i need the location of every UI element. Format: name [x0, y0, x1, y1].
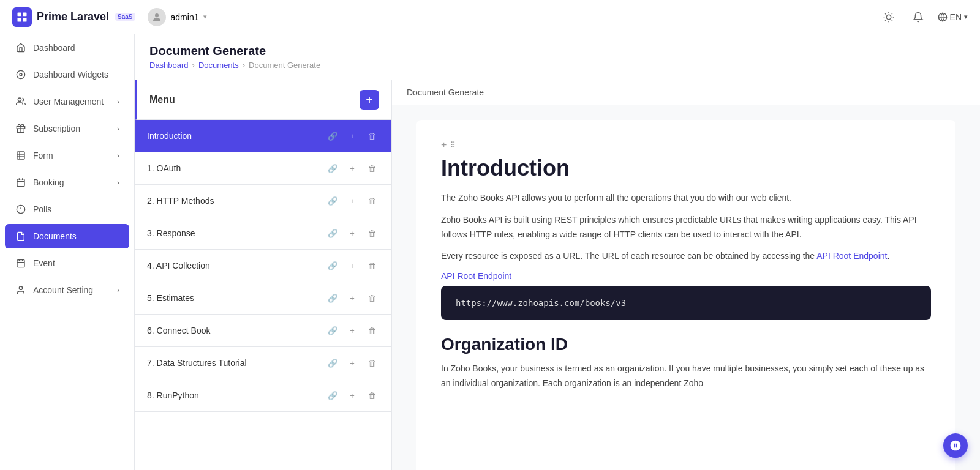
menu-item-actions-api-collection: 🔗 + 🗑 [325, 258, 379, 273]
circle-dot-icon [15, 69, 27, 81]
menu-item-http-methods[interactable]: 2. HTTP Methods 🔗 + 🗑 [135, 185, 391, 217]
calendar-icon [15, 176, 27, 188]
svg-line-13 [891, 13, 892, 14]
file-icon [15, 230, 27, 242]
logo-text: Prime Laravel [37, 10, 109, 23]
menu-item-response[interactable]: 3. Response 🔗 + 🗑 [135, 217, 391, 250]
sidebar-label-user-management: User Management [33, 97, 104, 106]
menu-item-estimates[interactable]: 5. Estimates 🔗 + 🗑 [135, 282, 391, 315]
menu-item-oauth[interactable]: 1. OAuth 🔗 + 🗑 [135, 152, 391, 185]
sidebar-item-event[interactable]: Event [5, 251, 129, 275]
sidebar-item-dashboard[interactable]: Dashboard [5, 35, 129, 60]
sidebar-item-booking[interactable]: Booking › [5, 170, 129, 195]
add-icon-estimates[interactable]: + [345, 291, 360, 305]
language-selector[interactable]: EN ▾ [938, 12, 968, 22]
svg-rect-25 [17, 179, 24, 187]
sidebar-label-subscription: Subscription [33, 124, 80, 133]
breadcrumb-current: Document Generate [249, 61, 320, 70]
delete-icon-estimates[interactable]: 🗑 [364, 291, 379, 305]
link-icon-response[interactable]: 🔗 [325, 226, 340, 241]
menu-item-label-estimates: 5. Estimates [147, 293, 325, 303]
svg-rect-21 [17, 152, 24, 159]
add-icon-api-collection[interactable]: + [345, 258, 360, 273]
menu-item-label-http-methods: 2. HTTP Methods [147, 196, 325, 206]
doc-content: + ⠿ Introduction The Zoho Books API allo… [392, 105, 980, 470]
sidebar-item-documents[interactable]: Documents [5, 224, 129, 248]
delete-icon-introduction[interactable]: 🗑 [364, 129, 379, 143]
menu-item-actions-http-methods: 🔗 + 🗑 [325, 193, 379, 208]
delete-icon-http-methods[interactable]: 🗑 [364, 193, 379, 208]
sidebar-item-form[interactable]: Form › [5, 143, 129, 168]
page-header: Document Generate Dashboard › Documents … [135, 34, 980, 80]
svg-rect-0 [18, 12, 21, 16]
header-right: EN ▾ [879, 7, 968, 27]
menu-panel-header: Menu + [135, 80, 391, 120]
add-icon-http-methods[interactable]: + [345, 193, 360, 208]
breadcrumb-documents[interactable]: Documents [198, 61, 239, 70]
add-menu-item-button[interactable]: + [360, 90, 379, 110]
svg-point-36 [19, 286, 22, 289]
doc-paragraph-3-text: Every resource is exposed as a URL. The … [441, 251, 816, 261]
menu-item-label-introduction: Introduction [147, 131, 325, 141]
svg-point-17 [20, 73, 22, 76]
breadcrumb-dashboard[interactable]: Dashboard [149, 61, 189, 70]
event-icon [15, 257, 27, 269]
notifications-button[interactable] [908, 7, 928, 27]
add-icon-response[interactable]: + [345, 226, 360, 241]
logo-icon [12, 7, 32, 27]
sidebar-item-subscription[interactable]: Subscription › [5, 116, 129, 141]
sidebar-item-dashboard-widgets[interactable]: Dashboard Widgets [5, 62, 129, 87]
drag-handle-icon[interactable]: ⠿ [450, 141, 456, 149]
delete-icon-api-collection[interactable]: 🗑 [364, 258, 379, 273]
content-area: Document Generate Dashboard › Documents … [135, 34, 980, 470]
home-icon [15, 42, 27, 54]
plus-handle-icon[interactable]: + [441, 140, 447, 151]
menu-item-api-collection[interactable]: 4. API Collection 🔗 + 🗑 [135, 250, 391, 282]
link-icon-api-collection[interactable]: 🔗 [325, 258, 340, 273]
link-icon-connect-book[interactable]: 🔗 [325, 323, 340, 338]
svg-point-5 [886, 15, 891, 20]
link-icon-oauth[interactable]: 🔗 [325, 161, 340, 176]
menu-item-data-structures[interactable]: 7. Data Structures Tutorial 🔗 + 🗑 [135, 347, 391, 379]
user-name: admin1 [171, 12, 199, 22]
menu-item-introduction[interactable]: Introduction 🔗 + 🗑 [135, 120, 391, 152]
user-menu-button[interactable]: admin1 ▾ [143, 6, 213, 29]
two-panel: Menu + Introduction 🔗 + 🗑 1. OAuth [135, 80, 980, 470]
add-icon-connect-book[interactable]: + [345, 323, 360, 338]
sidebar-item-polls[interactable]: Polls [5, 197, 129, 222]
sidebar-item-account-setting[interactable]: Account Setting › [5, 278, 129, 302]
sidebar-label-form: Form [33, 151, 53, 160]
lang-chevron-icon: ▾ [964, 13, 968, 21]
link-icon-estimates[interactable]: 🔗 [325, 291, 340, 305]
sidebar-label-dashboard: Dashboard [33, 43, 75, 53]
delete-icon-response[interactable]: 🗑 [364, 226, 379, 241]
svg-point-4 [155, 13, 159, 17]
delete-icon-connect-book[interactable]: 🗑 [364, 323, 379, 338]
link-icon-runpython[interactable]: 🔗 [325, 388, 340, 403]
add-icon-introduction[interactable]: + [345, 129, 360, 143]
svg-rect-2 [18, 18, 21, 21]
doc-panel-header-label: Document Generate [407, 88, 484, 97]
link-icon-http-methods[interactable]: 🔗 [325, 193, 340, 208]
link-icon-introduction[interactable]: 🔗 [325, 129, 340, 143]
add-icon-oauth[interactable]: + [345, 161, 360, 176]
delete-icon-runpython[interactable]: 🗑 [364, 388, 379, 403]
menu-item-connect-book[interactable]: 6. Connect Book 🔗 + 🗑 [135, 315, 391, 347]
link-icon-data-structures[interactable]: 🔗 [325, 356, 340, 370]
svg-line-9 [891, 20, 892, 20]
svg-line-12 [885, 20, 886, 20]
ai-chat-bubble[interactable] [943, 433, 968, 458]
api-root-url: https://www.zohoapis.com/books/v3 [456, 298, 626, 308]
add-icon-data-structures[interactable]: + [345, 356, 360, 370]
api-root-endpoint-link[interactable]: API Root Endpoint [816, 251, 887, 261]
add-icon-runpython[interactable]: + [345, 388, 360, 403]
theme-toggle-button[interactable] [879, 7, 899, 27]
doc-content-inner: + ⠿ Introduction The Zoho Books API allo… [417, 120, 956, 470]
sidebar-item-user-management[interactable]: User Management › [5, 89, 129, 114]
menu-item-runpython[interactable]: 8. RunPython 🔗 + 🗑 [135, 379, 391, 412]
breadcrumb-sep-1: › [192, 61, 195, 70]
delete-icon-oauth[interactable]: 🗑 [364, 161, 379, 176]
doc-panel: Document Generate + ⠿ Introduction The Z… [392, 80, 980, 470]
sidebar-label-event: Event [33, 258, 55, 268]
delete-icon-data-structures[interactable]: 🗑 [364, 356, 379, 370]
